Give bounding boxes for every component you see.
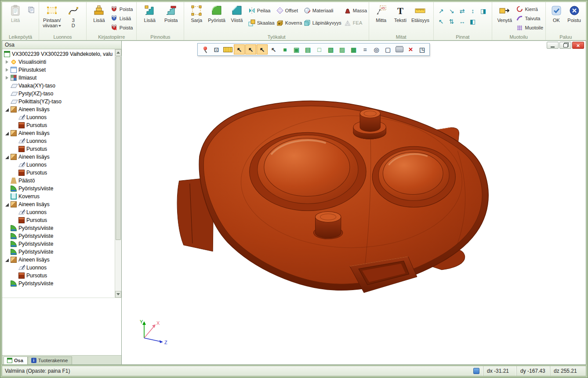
tree-item[interactable]: Pyöristys/viiste — [2, 185, 115, 193]
library-add-button[interactable]: Lisää — [89, 3, 109, 23]
tree-item[interactable]: Aineen lisäys — [2, 256, 115, 264]
tree-item[interactable]: Luonnos — [2, 113, 115, 121]
surfacing-add-button[interactable]: Lisää — [139, 3, 160, 23]
tree-item[interactable]: Pursotus — [2, 145, 115, 153]
cube-hidden-icon[interactable]: ▧ — [325, 44, 336, 55]
pick-face-icon[interactable]: ↖ — [257, 44, 268, 55]
cube-faces-icon[interactable]: ▤ — [302, 44, 313, 55]
library-add-mid-button[interactable]: Lisää — [109, 14, 134, 22]
measure-button[interactable]: 45 Mitta — [371, 3, 391, 23]
tree-item[interactable]: Poikittais(YZ)-taso — [2, 98, 115, 105]
copy-button[interactable] — [27, 6, 35, 15]
select-frame-icon[interactable]: ⊡ — [211, 44, 222, 55]
tree-expander[interactable] — [5, 75, 10, 81]
tree-scrollbar[interactable] — [115, 49, 121, 298]
face-move-icon[interactable]: ↗ — [436, 6, 446, 16]
tree-expander[interactable] — [5, 59, 10, 65]
tree-item[interactable]: Vaaka(XY)-taso — [2, 82, 115, 90]
scale-button[interactable]: Skaalaa — [247, 18, 275, 27]
pick-edge-icon[interactable]: ↖ — [245, 44, 256, 55]
tree-item[interactable]: Koverrus — [2, 193, 115, 200]
ok-button[interactable]: OK — [548, 3, 565, 23]
pin-icon[interactable] — [200, 44, 211, 55]
face-copy-icon[interactable]: ↖ — [436, 16, 446, 27]
tree-item[interactable]: Aineen lisäys — [2, 153, 115, 161]
fea-button[interactable]: FEA — [343, 18, 367, 27]
library-remove-bottom-button[interactable]: Poista — [109, 23, 134, 32]
morph-button[interactable]: Muotoile — [515, 23, 543, 32]
tree-expander[interactable] — [5, 257, 10, 263]
tree-item[interactable]: Pursotus — [2, 169, 115, 177]
material-button[interactable]: Materiaali — [302, 6, 343, 15]
face-edit-icon[interactable]: ◧ — [468, 16, 478, 27]
paste-button[interactable]: Liitä — [4, 3, 26, 23]
chamfer-button[interactable]: Viistä — [227, 3, 247, 23]
sheet-icon[interactable]: ▢ — [382, 44, 393, 55]
transparency-button[interactable]: Läpinäkyvyys — [302, 18, 343, 27]
face-align-icon[interactable]: ↕ — [468, 6, 478, 16]
face-swap-icon[interactable]: ⇄ — [457, 6, 468, 16]
tree-item[interactable]: Pyöristys/viiste — [2, 240, 115, 248]
exit-button[interactable]: Poistu — [565, 3, 584, 23]
tree-item[interactable]: Ilmiasut — [2, 74, 115, 82]
close-button[interactable] — [572, 42, 584, 49]
tree-item[interactable]: Aineen lisäys — [2, 105, 115, 113]
tree-item[interactable]: Aineen lisäys — [2, 200, 115, 208]
sketch-on-face-button[interactable]: Pintaan/viivaan — [41, 3, 63, 28]
viewport[interactable]: Y X Z ⊡↖↖↖↖■▣▤□▧▨▩≡◎▢×◳ — [122, 40, 586, 365]
tree-item[interactable]: Visualisointi — [2, 58, 115, 66]
tree-item[interactable]: Pyöristys/viiste — [2, 248, 115, 256]
scroll-down-button[interactable] — [115, 291, 121, 298]
library-remove-top-button[interactable]: Poista — [109, 5, 134, 13]
stretch-button[interactable]: Venytä — [494, 3, 515, 23]
hollow-button[interactable]: Koverra — [275, 18, 302, 27]
tree-expander[interactable] — [5, 201, 10, 207]
tab-osa[interactable]: Osa — [4, 356, 28, 364]
fillet-button[interactable]: Pyöristä — [207, 3, 227, 23]
mirror-button[interactable]: Peilaa — [247, 6, 275, 15]
tree-item[interactable]: Pursotus — [2, 272, 115, 280]
print-icon[interactable] — [394, 44, 405, 55]
tree-expander[interactable] — [5, 154, 10, 160]
tree-item[interactable]: Pursotus — [2, 216, 115, 224]
tree-expander[interactable] — [5, 67, 10, 73]
cube-shaded-icon[interactable]: ▣ — [291, 44, 302, 55]
delete-icon[interactable]: × — [405, 44, 416, 55]
tree-item[interactable]: Luonnos — [2, 161, 115, 169]
tree-item[interactable]: Piirustukset — [2, 66, 115, 74]
mass-button[interactable]: Massa — [343, 6, 367, 15]
distance-button[interactable]: Etäisyys — [410, 3, 431, 23]
face-split-icon[interactable]: ◨ — [478, 6, 489, 16]
face-pull-icon[interactable]: ↘ — [446, 6, 457, 16]
tab-tuoterakenne[interactable]: Tuoterakenne — [28, 356, 72, 364]
pattern-button[interactable]: Sarja — [186, 3, 207, 23]
cylinder-icon[interactable]: ◎ — [371, 44, 382, 55]
face-shade-icon[interactable]: ■ — [279, 44, 290, 55]
cube-transparent-icon[interactable]: ▨ — [337, 44, 348, 55]
export-icon[interactable]: ◳ — [417, 44, 428, 55]
tree-item[interactable]: Luonnos — [2, 264, 115, 272]
scrollbar-thumb[interactable] — [116, 56, 121, 240]
text-button[interactable]: T Teksti — [391, 3, 410, 23]
pick-point-icon[interactable]: ↖ — [234, 44, 245, 55]
tree-item[interactable]: Pysty(XZ)-taso — [2, 90, 115, 98]
tree-expander[interactable] — [5, 130, 10, 136]
tree-expander[interactable] — [5, 106, 10, 113]
tree-item[interactable]: Aineen lisäys — [2, 129, 115, 137]
surfacing-remove-button[interactable]: Poista — [160, 3, 182, 23]
face-merge-icon[interactable]: ↔ — [457, 16, 468, 27]
pick-filter-icon[interactable]: ↖ — [268, 44, 279, 55]
scroll-up-button[interactable] — [115, 49, 121, 56]
face-match-icon[interactable]: ⇅ — [446, 16, 457, 27]
tree-item[interactable]: Pyöristys/viiste — [2, 280, 115, 287]
twist-button[interactable]: Kierrä — [515, 5, 543, 13]
tree-item[interactable]: Pursotus — [2, 121, 115, 129]
bend-button[interactable]: Taivuta — [515, 14, 543, 22]
ruler-icon[interactable] — [222, 44, 233, 55]
list-icon[interactable]: ≡ — [359, 44, 370, 55]
cube-arrow-icon[interactable]: ▩ — [348, 44, 359, 55]
model-3d[interactable] — [122, 41, 586, 364]
tree-item[interactable]: Pyöristys/viiste — [2, 232, 115, 240]
tree-item[interactable]: Päästö — [2, 177, 115, 185]
cube-wireframe-icon[interactable]: □ — [314, 44, 325, 55]
